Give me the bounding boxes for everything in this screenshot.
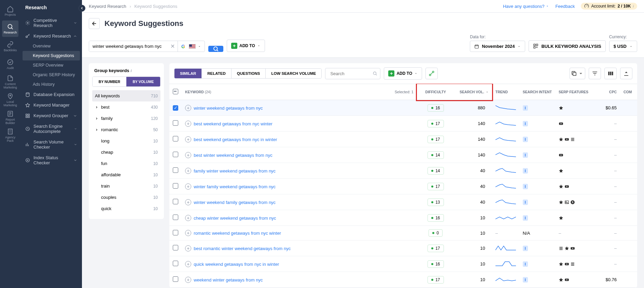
nav-group-search-volume-checker[interactable]: Search Volume Checker <box>20 137 82 152</box>
tab-similar[interactable]: SIMILAR <box>174 69 202 78</box>
expand-row-button[interactable]: + <box>185 277 191 283</box>
rail-item-agency-pack[interactable]: Agency Pack <box>2 127 18 143</box>
by-volume-toggle[interactable]: BY VOLUME <box>126 77 160 86</box>
expand-row-button[interactable]: + <box>185 230 191 236</box>
keyword-link[interactable]: winter weekend family getaways from nyc <box>194 200 276 205</box>
keyword-link[interactable]: cheap winter weekend getaways from nyc <box>194 216 276 221</box>
group-row-family[interactable]: family120 <box>92 113 160 124</box>
table-search-input[interactable] <box>328 68 373 79</box>
row-checkbox[interactable] <box>173 230 178 235</box>
nav-group-database-expansion[interactable]: Database Expansion <box>20 89 82 100</box>
col-features[interactable]: SERP FEATURES <box>555 84 596 100</box>
group-row-train[interactable]: train10 <box>92 180 160 192</box>
expand-row-button[interactable]: + <box>185 183 191 190</box>
keyword-link[interactable]: best weekend getaways from nyc winter <box>194 121 272 126</box>
col-trend[interactable]: TREND <box>492 84 519 100</box>
row-checkbox[interactable] <box>173 136 178 141</box>
export-button[interactable] <box>620 68 632 79</box>
nav-sub-organic-serp-history[interactable]: Organic SERP History <box>20 70 82 80</box>
columns-button[interactable] <box>604 68 617 79</box>
row-checkbox[interactable] <box>173 120 178 126</box>
filter-button[interactable] <box>589 68 601 79</box>
expand-row-button[interactable]: + <box>185 121 191 127</box>
keyword-input[interactable] <box>89 41 168 52</box>
expand-row-button[interactable]: + <box>185 215 191 221</box>
rail-item-report-builder[interactable]: Report Builder <box>2 109 18 126</box>
keyword-link[interactable]: quick weekend getaways from nyc in winte… <box>194 262 279 267</box>
add-to-button-header[interactable]: + ADD TO <box>227 40 265 52</box>
nav-sub-ads-history[interactable]: Ads History <box>20 80 82 89</box>
row-checkbox[interactable] <box>173 215 178 220</box>
keyword-link[interactable]: best winter weekend getaways from nyc <box>194 153 272 158</box>
col-search-vol[interactable]: SEARCH VOL. <box>454 84 492 100</box>
col-cpc[interactable]: CPC <box>596 84 620 100</box>
row-checkbox[interactable] <box>173 245 178 250</box>
clear-input-button[interactable]: ✕ <box>168 41 178 52</box>
group-row-quick[interactable]: quick10 <box>92 203 160 214</box>
tab-questions[interactable]: QUESTIONS <box>232 69 266 78</box>
tab-related[interactable]: RELATED <box>202 69 231 78</box>
group-row-best[interactable]: best430 <box>92 101 160 113</box>
sidenav-collapse-button[interactable] <box>79 5 85 12</box>
group-row-affordable[interactable]: affordable10 <box>92 169 160 180</box>
expand-row-button[interactable]: + <box>185 261 191 267</box>
row-checkbox[interactable] <box>173 199 178 204</box>
group-row-long[interactable]: long10 <box>92 135 160 147</box>
expand-row-button[interactable]: + <box>185 199 191 205</box>
nav-group-index-status-checker[interactable]: Index Status Checker <box>20 152 82 168</box>
account-limit-badge[interactable]: Account limit: 2 / 10K i <box>581 3 637 10</box>
expand-row-button[interactable]: + <box>185 105 191 111</box>
nav-group-keyword-research[interactable]: Keyword Research <box>20 31 82 41</box>
rail-item-local-marketing[interactable]: Local Marketing <box>2 92 18 108</box>
expand-row-button[interactable]: + <box>185 168 191 174</box>
by-number-toggle[interactable]: BY NUMBER <box>93 77 126 86</box>
col-keyword[interactable]: KEYWORD (24) <box>185 90 211 94</box>
keyword-link[interactable]: winter weekend getaways from nyc <box>194 106 263 111</box>
rail-item-projects[interactable]: Projects <box>2 3 18 19</box>
keyword-link[interactable]: best weekend getaways from nyc in winter <box>194 137 277 142</box>
nav-sub-keyword-suggestions[interactable]: Keyword Suggestions <box>23 51 80 60</box>
keyword-link[interactable]: romantic weekend getaways from nyc winte… <box>194 231 281 236</box>
add-to-button-table[interactable]: + ADD TO <box>384 67 422 80</box>
rail-item-audit[interactable]: Audit <box>2 56 18 72</box>
nav-group-competitive-research[interactable]: Competitive Research <box>20 15 82 31</box>
questions-link[interactable]: Have any questions? <box>503 4 549 9</box>
info-icon[interactable]: i <box>131 69 132 73</box>
col-competition[interactable]: COM <box>620 84 637 100</box>
expand-row-button[interactable]: + <box>185 152 191 158</box>
group-row-romantic[interactable]: romantic50 <box>92 124 160 135</box>
group-row-cheap[interactable]: cheap10 <box>92 147 160 158</box>
tab-low-search-volume[interactable]: LOW SEARCH VOLUME <box>266 69 321 78</box>
connector-button[interactable] <box>425 68 438 79</box>
group-row-fun[interactable]: fun10 <box>92 158 160 169</box>
expand-row-button[interactable]: + <box>185 245 191 251</box>
breadcrumb-link[interactable]: Keyword Research <box>89 4 126 9</box>
keyword-link[interactable]: winter family weekend getaways from nyc <box>194 184 276 189</box>
keyword-link[interactable]: family winter weekend getaways from nyc <box>194 168 276 174</box>
nav-sub-overview[interactable]: Overview <box>20 41 82 51</box>
row-checkbox[interactable] <box>173 183 178 189</box>
nav-sub-serp-overview[interactable]: SERP Overview <box>20 60 82 70</box>
col-intent[interactable]: SEARCH INTENT <box>519 84 555 100</box>
rail-item-backlinks[interactable]: Backlinks <box>2 38 18 55</box>
engine-selector[interactable]: G <box>178 41 205 52</box>
nav-group-keyword-manager[interactable]: Keyword Manager <box>20 100 82 110</box>
date-selector[interactable]: November 2024 <box>470 41 525 52</box>
feedback-link[interactable]: Feedback <box>555 4 575 9</box>
select-all-checkbox[interactable] <box>173 89 178 94</box>
row-checkbox[interactable] <box>173 152 178 157</box>
search-button[interactable] <box>208 46 223 52</box>
col-difficulty[interactable]: DIFFICULTY <box>417 84 454 100</box>
currency-selector[interactable]: $ USD <box>609 41 637 52</box>
rail-item-content-marketing[interactable]: Content Marketing <box>2 74 18 90</box>
nav-group-search-engine-autocomplete[interactable]: Search Engine Autocomplete <box>20 121 82 137</box>
group-row-couples[interactable]: couples10 <box>92 192 160 203</box>
copy-button[interactable] <box>570 68 585 79</box>
keyword-link[interactable]: best romantic winter weekend getaways fr… <box>194 246 291 251</box>
nav-group-keyword-grouper[interactable]: Keyword Grouper <box>20 110 82 121</box>
row-checkbox[interactable] <box>173 261 178 266</box>
row-checkbox[interactable] <box>173 167 178 173</box>
bulk-analysis-button[interactable]: BULK KEYWORD ANALYSIS <box>529 40 605 52</box>
keyword-link[interactable]: weekend winter getaways from nyc <box>194 277 263 283</box>
row-checkbox[interactable]: ✓ <box>173 105 178 111</box>
